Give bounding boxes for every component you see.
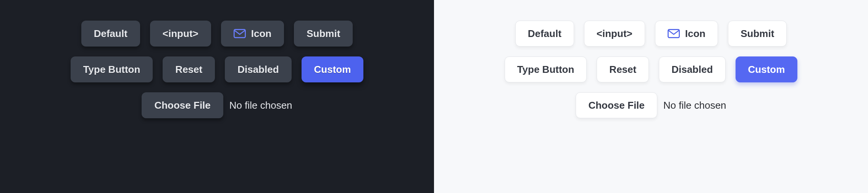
button-label: Reset [175, 64, 202, 76]
button-label: Icon [251, 28, 271, 40]
button-label: Type Button [517, 64, 574, 76]
icon-button[interactable]: Icon [655, 21, 718, 47]
reset-button[interactable]: Reset [163, 56, 215, 82]
disabled-button[interactable]: Disabled [225, 56, 291, 82]
input-button[interactable]: <input> [150, 21, 211, 47]
default-button[interactable]: Default [515, 21, 574, 47]
custom-button[interactable]: Custom [736, 56, 798, 82]
button-label: Reset [609, 64, 636, 76]
mail-icon [668, 29, 680, 39]
button-label: Disabled [671, 64, 713, 76]
file-status-text: No file chosen [229, 100, 292, 111]
button-label: Custom [748, 64, 785, 76]
button-label: Default [528, 28, 561, 40]
button-label: Type Button [83, 64, 140, 76]
button-label: <input> [163, 28, 198, 40]
button-label: Choose File [154, 100, 210, 111]
type-button[interactable]: Type Button [71, 56, 153, 82]
button-row-2: Type Button Reset Disabled Custom [505, 56, 798, 82]
type-button[interactable]: Type Button [505, 56, 587, 82]
button-row-1: Default <input> Icon Submit [515, 21, 787, 47]
custom-button[interactable]: Custom [302, 56, 364, 82]
disabled-button[interactable]: Disabled [659, 56, 725, 82]
button-label: Choose File [588, 100, 644, 111]
button-row-1: Default <input> Icon Submit [81, 21, 353, 47]
svg-rect-1 [668, 29, 679, 37]
button-label: Submit [307, 28, 340, 40]
input-button[interactable]: <input> [584, 21, 645, 47]
choose-file-button[interactable]: Choose File [142, 92, 223, 118]
file-input-row: Choose File No file chosen [576, 92, 726, 118]
light-panel: Default <input> Icon Submit Type Button … [434, 0, 868, 193]
button-label: Icon [685, 28, 705, 40]
reset-button[interactable]: Reset [597, 56, 649, 82]
button-label: Submit [741, 28, 774, 40]
submit-button[interactable]: Submit [294, 21, 353, 47]
file-input-row: Choose File No file chosen [142, 92, 292, 118]
mail-icon [234, 29, 246, 39]
button-label: Default [94, 28, 127, 40]
button-label: <input> [597, 28, 632, 40]
file-status-text: No file chosen [663, 100, 726, 111]
button-row-2: Type Button Reset Disabled Custom [71, 56, 364, 82]
button-label: Disabled [237, 64, 279, 76]
choose-file-button[interactable]: Choose File [576, 92, 657, 118]
button-label: Custom [314, 64, 351, 76]
default-button[interactable]: Default [81, 21, 140, 47]
dark-panel: Default <input> Icon Submit Type Button … [0, 0, 434, 193]
svg-rect-0 [234, 29, 245, 37]
submit-button[interactable]: Submit [728, 21, 787, 47]
icon-button[interactable]: Icon [221, 21, 284, 47]
